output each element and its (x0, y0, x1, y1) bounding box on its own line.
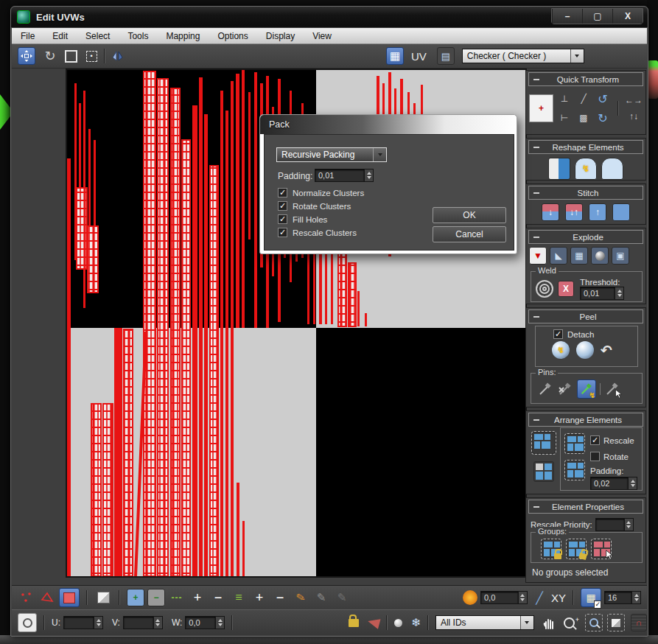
align-horizontal-button[interactable]: ⊥ (556, 90, 573, 108)
select-edge-ring-button[interactable]: ≡ (230, 589, 248, 606)
w-value[interactable]: 0,0 (185, 616, 215, 629)
w-spinner[interactable]: 0,0 (185, 616, 225, 629)
break-button[interactable]: X (558, 281, 574, 297)
rotate-elements-icon[interactable] (565, 461, 584, 480)
snap-toggle-button[interactable]: ∩ (631, 614, 647, 631)
show-map-button[interactable]: ▦ (386, 47, 404, 65)
stitch-header[interactable]: Stitch (528, 186, 643, 200)
zoom-region-button[interactable] (585, 614, 603, 631)
relax-until-flat-button[interactable]: ↯ (575, 158, 597, 180)
rotate-tool-button[interactable]: ↻ (41, 47, 59, 65)
collapse-icon[interactable] (533, 506, 539, 508)
flatten-by-id-button[interactable]: ▦ (570, 247, 588, 265)
align-pivot-button[interactable]: + (529, 94, 553, 122)
zoom-button[interactable]: + (564, 617, 579, 629)
rotate-ccw-button[interactable]: ↺ (594, 90, 612, 108)
u-value[interactable] (63, 616, 94, 629)
spinner-arrows[interactable] (628, 477, 637, 490)
detach-checkbox[interactable] (553, 329, 563, 339)
threshold-value[interactable]: 0,01 (580, 287, 615, 300)
menu-tools[interactable]: Tools (119, 31, 157, 41)
select-edge-loop-button[interactable]: --- (168, 589, 186, 606)
normalize-clusters-checkbox[interactable] (278, 188, 287, 197)
face-mode-button[interactable] (59, 588, 80, 607)
pack-together-button[interactable] (533, 461, 554, 482)
loop-grow-button[interactable]: + (189, 589, 206, 606)
element-properties-header[interactable]: Element Properties (528, 500, 643, 514)
pack-normalize-button[interactable] (532, 432, 556, 454)
pack-padding-value[interactable]: 0,01 (315, 169, 364, 182)
group-unlock-button[interactable] (567, 539, 586, 559)
distribute-horizontal-button[interactable]: ←→ (625, 94, 643, 107)
flatten-by-angle-button[interactable]: ◣ (550, 247, 567, 265)
arrange-elements-header[interactable]: Arrange Elements (528, 413, 643, 427)
menu-options[interactable]: Options (209, 31, 256, 41)
spinner-arrows[interactable] (215, 616, 225, 629)
space-elements-button[interactable]: ▩ (575, 109, 592, 127)
stitch-custom-button[interactable]: ↓ (542, 203, 559, 221)
stitch-target-button[interactable] (612, 203, 630, 221)
rotate-checkbox[interactable] (590, 452, 600, 461)
pin-select-button[interactable] (604, 382, 620, 396)
stitch-source-button[interactable]: ↓↑ (565, 203, 583, 221)
menu-display[interactable]: Display (257, 31, 304, 41)
rescale-elements-icon[interactable] (565, 434, 584, 453)
v-value[interactable] (123, 616, 153, 629)
shrink-selection-button[interactable]: − (147, 589, 165, 606)
distribute-vertical-button[interactable]: ↑↓ (625, 110, 643, 123)
group-lock-button[interactable] (542, 539, 561, 559)
collapse-icon[interactable] (533, 79, 539, 80)
arrange-padding-spinner[interactable]: 0,02 (590, 477, 637, 490)
quick-transform-header[interactable]: Quick Transform (528, 72, 643, 86)
maximize-button[interactable]: ▢ (582, 9, 612, 24)
threshold-spinner[interactable]: 0,01 (580, 287, 624, 300)
element-mode-button[interactable] (94, 589, 112, 606)
spinner-arrows[interactable] (631, 591, 641, 604)
zoom-extents-button[interactable] (607, 614, 625, 631)
arrange-padding-value[interactable]: 0,02 (590, 477, 628, 490)
align-vertical-button[interactable]: ⊢ (556, 109, 573, 127)
peel-header[interactable]: Peel (528, 309, 643, 323)
rescale-clusters-checkbox[interactable] (278, 228, 287, 237)
collapse-icon[interactable] (533, 316, 539, 318)
ring-grow-button[interactable]: + (251, 589, 268, 606)
freeform-tool-button[interactable]: • (83, 47, 100, 65)
scale-tool-button[interactable] (62, 47, 80, 65)
paint-select-button[interactable]: ✎ (290, 587, 311, 608)
collapse-icon[interactable] (533, 192, 539, 194)
absolute-offset-toggle[interactable] (18, 613, 37, 632)
spinner-arrows[interactable] (624, 518, 634, 531)
pin-remove-icon[interactable] (557, 382, 573, 396)
cancel-button[interactable]: Cancel (433, 226, 506, 242)
grow-selection-button[interactable]: + (127, 589, 144, 606)
uv-space-label[interactable]: UV (411, 50, 427, 63)
rescale-priority-value[interactable] (595, 518, 624, 531)
options-list-button[interactable]: ▤ (437, 47, 455, 65)
rotate-cw-button[interactable]: ↻ (594, 109, 612, 127)
texture-dropdown[interactable]: Checker ( Checker ) (462, 49, 584, 63)
pack-dialog-titlebar[interactable]: Pack (260, 115, 517, 134)
menu-select[interactable]: Select (77, 31, 119, 41)
explode-to-clusters-button[interactable]: ▣ (612, 247, 629, 265)
relax-button[interactable] (601, 158, 623, 180)
loop-shrink-button[interactable]: − (209, 589, 227, 606)
menu-edit[interactable]: Edit (43, 31, 77, 41)
fill-holes-checkbox[interactable] (278, 214, 287, 224)
linear-align-button[interactable]: ╱ (575, 90, 592, 108)
move-tool-button[interactable] (18, 47, 35, 65)
close-button[interactable]: X (612, 9, 643, 24)
rescale-checkbox[interactable] (590, 435, 600, 445)
collapse-icon[interactable] (533, 147, 539, 148)
mirror-tool-button[interactable] (109, 47, 127, 65)
spinner-arrows[interactable] (94, 616, 103, 629)
collapse-icon[interactable] (533, 237, 539, 238)
peel-mode-icon[interactable] (576, 341, 594, 359)
u-spinner[interactable] (63, 616, 103, 629)
pan-button[interactable] (542, 615, 556, 630)
falloff-grid-button[interactable]: ▦ ✓ (581, 588, 601, 607)
edge-distance-icon[interactable]: ╱ (531, 589, 548, 606)
soft-selection-spinner[interactable]: 0,0 (480, 591, 528, 604)
show-hidden-edges-button[interactable] (394, 619, 402, 627)
soft-selection-icon[interactable] (463, 590, 477, 605)
weld-target-icon[interactable] (536, 280, 553, 298)
